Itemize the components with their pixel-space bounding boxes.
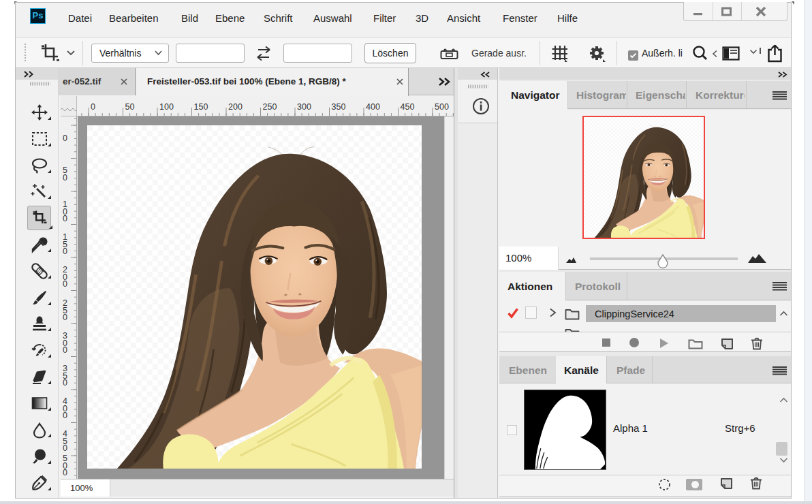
svg-text:0: 0 <box>63 133 67 143</box>
svg-text:0: 0 <box>63 443 67 453</box>
svg-text:200: 200 <box>228 102 243 112</box>
svg-text:0: 0 <box>63 378 67 388</box>
svg-text:300: 300 <box>297 102 311 112</box>
svg-text:100: 100 <box>159 102 174 112</box>
svg-text:0: 0 <box>63 214 67 223</box>
svg-text:0: 0 <box>91 102 95 112</box>
svg-text:400: 400 <box>366 102 380 112</box>
svg-text:450: 450 <box>401 102 415 112</box>
svg-text:350: 350 <box>332 102 346 112</box>
svg-text:0: 0 <box>63 345 67 355</box>
svg-text:150: 150 <box>194 102 208 112</box>
svg-text:50: 50 <box>125 102 135 112</box>
svg-text:250: 250 <box>263 102 277 112</box>
svg-text:500: 500 <box>435 102 449 112</box>
svg-text:0: 0 <box>63 247 67 256</box>
svg-text:0: 0 <box>63 279 67 289</box>
svg-text:0: 0 <box>63 313 67 322</box>
svg-text:0: 0 <box>63 411 67 420</box>
svg-text:0: 0 <box>63 468 67 477</box>
svg-text:0: 0 <box>63 173 67 183</box>
